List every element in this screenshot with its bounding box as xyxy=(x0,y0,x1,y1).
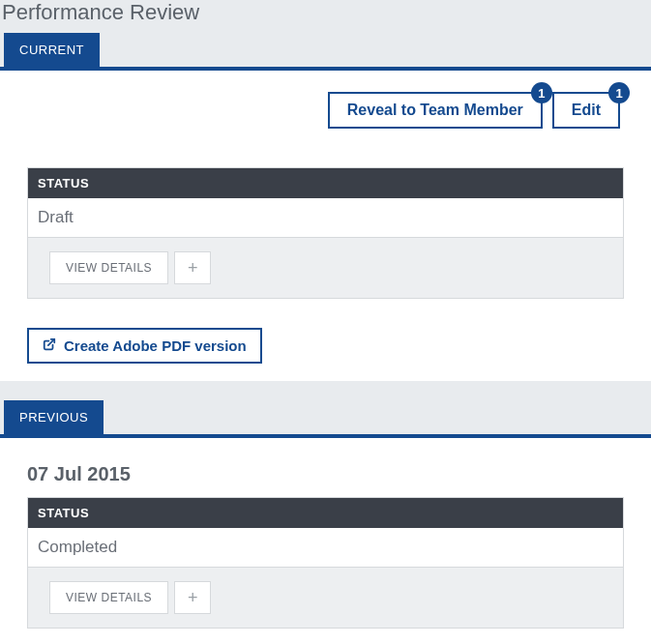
create-pdf-label: Create Adobe PDF version xyxy=(64,337,247,354)
edit-button[interactable]: Edit 1 xyxy=(552,92,620,129)
section-divider xyxy=(0,381,651,400)
tab-previous[interactable]: PREVIOUS xyxy=(4,400,104,434)
expand-button[interactable]: + xyxy=(174,581,211,614)
pdf-row-previous: Create Adobe PDF version xyxy=(0,629,651,644)
tab-bar-previous: PREVIOUS xyxy=(0,400,651,438)
expand-button[interactable]: + xyxy=(174,251,211,284)
status-header: STATUS xyxy=(28,168,623,198)
actions-row: Reveal to Team Member 1 Edit 1 xyxy=(0,71,651,146)
tab-current[interactable]: CURRENT xyxy=(4,33,100,67)
view-details-button[interactable]: VIEW DETAILS xyxy=(49,581,168,614)
external-link-icon xyxy=(43,337,56,354)
reveal-badge: 1 xyxy=(531,82,552,103)
edit-badge: 1 xyxy=(608,82,630,103)
status-block-current: STATUS Draft VIEW DETAILS + xyxy=(27,167,624,299)
status-value-current: Draft xyxy=(28,198,623,238)
reveal-to-team-member-button[interactable]: Reveal to Team Member 1 xyxy=(328,92,543,129)
section-previous: 07 Jul 2015 STATUS Completed VIEW DETAIL… xyxy=(0,438,651,644)
status-block-previous: STATUS Completed VIEW DETAILS + xyxy=(27,497,624,629)
status-value-previous: Completed xyxy=(28,528,623,568)
create-pdf-button[interactable]: Create Adobe PDF version xyxy=(27,328,262,364)
view-details-button[interactable]: VIEW DETAILS xyxy=(49,251,168,284)
reveal-label: Reveal to Team Member xyxy=(347,102,523,118)
section-current: Reveal to Team Member 1 Edit 1 STATUS Dr… xyxy=(0,71,651,381)
previous-date-heading: 07 Jul 2015 xyxy=(0,438,651,497)
edit-label: Edit xyxy=(572,102,601,118)
status-header: STATUS xyxy=(28,498,623,528)
pdf-row-current: Create Adobe PDF version xyxy=(0,299,651,381)
details-row-current: VIEW DETAILS + xyxy=(28,238,623,298)
page-title: Performance Review xyxy=(0,0,651,33)
tab-bar-current: CURRENT xyxy=(0,33,651,71)
details-row-previous: VIEW DETAILS + xyxy=(28,568,623,628)
